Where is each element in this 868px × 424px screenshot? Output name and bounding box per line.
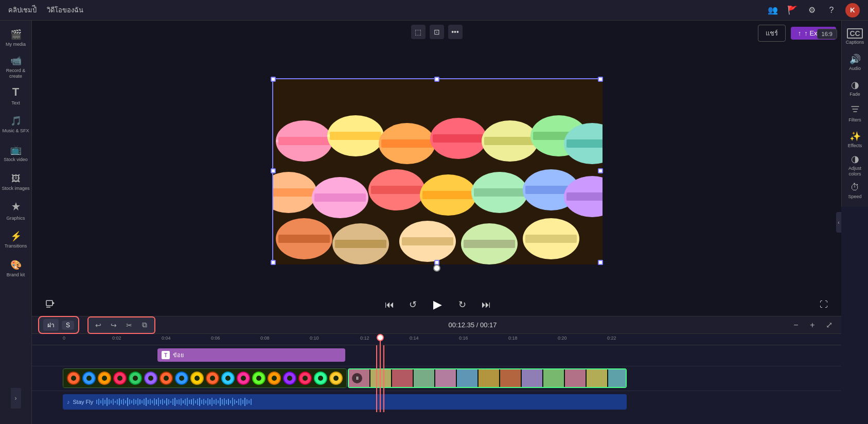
sidebar-item-brand-kit[interactable]: 🎨 Brand kit bbox=[2, 255, 30, 282]
svg-rect-96 bbox=[349, 369, 626, 387]
resize-handle-top[interactable] bbox=[434, 77, 439, 82]
rs-item-audio[interactable]: 🔊 Audio bbox=[843, 50, 867, 74]
sidebar-item-record-create[interactable]: 📹 Record & create bbox=[2, 54, 30, 80]
resize-handle-bl[interactable] bbox=[271, 260, 276, 265]
svg-rect-105 bbox=[113, 399, 114, 405]
main-layout: 🎬 My media 📹 Record & create T Text 🎵 Mu… bbox=[0, 21, 868, 424]
timeline-ruler[interactable]: 0 0:02 0:04 0:06 0:08 0:10 0:12 0:14 0:1… bbox=[32, 334, 841, 345]
redo-button[interactable]: ↪ bbox=[107, 319, 120, 332]
rewind-button[interactable]: ↺ bbox=[405, 296, 421, 313]
timeline-tracks-area: 0 0:02 0:04 0:06 0:08 0:10 0:12 0:14 0:1… bbox=[32, 334, 841, 424]
svg-rect-97 bbox=[96, 400, 97, 404]
rs-item-adjust-colors[interactable]: ◑ Adjust colors bbox=[843, 153, 867, 177]
audio-waveform bbox=[96, 397, 623, 407]
svg-rect-151 bbox=[207, 398, 208, 405]
zoom-out-button[interactable]: − bbox=[790, 319, 802, 331]
svg-rect-163 bbox=[232, 398, 233, 406]
svg-rect-165 bbox=[236, 401, 237, 403]
video-frame[interactable] bbox=[272, 78, 601, 263]
sidebar-item-graphics[interactable]: Graphics bbox=[2, 198, 30, 224]
more-options-button[interactable]: ••• bbox=[448, 25, 463, 39]
text-clip[interactable]: T ข้อย bbox=[157, 348, 345, 362]
fit-screen-button[interactable]: ⊡ bbox=[430, 25, 444, 39]
rs-item-captions[interactable]: CC Captions bbox=[843, 25, 867, 48]
crop-button[interactable]: ⬚ bbox=[411, 25, 426, 39]
video-clip-1[interactable] bbox=[63, 368, 347, 388]
ruler-playhead-head[interactable] bbox=[377, 334, 384, 341]
help-icon[interactable]: ? bbox=[826, 5, 837, 16]
svg-rect-137 bbox=[179, 399, 180, 404]
svg-rect-122 bbox=[148, 400, 149, 404]
sidebar-item-text[interactable]: T Text bbox=[2, 82, 30, 109]
right-panel-area: CC Captions 🔊 Audio ◑ Fade Filters ✨ Eff… bbox=[841, 21, 868, 424]
sidebar-item-my-media[interactable]: 🎬 My media bbox=[2, 25, 30, 51]
text-icon: T bbox=[12, 85, 19, 99]
rs-item-effects[interactable]: ✨ Effects bbox=[843, 128, 867, 151]
undo-button[interactable]: ↩ bbox=[92, 319, 105, 332]
split-button[interactable]: ⧉ bbox=[138, 319, 151, 332]
avatar[interactable]: K bbox=[845, 3, 860, 17]
nav-my-videos[interactable]: วิดีโอของฉัน bbox=[47, 5, 83, 15]
sidebar-item-stock-video[interactable]: 📺 Stock video bbox=[2, 140, 30, 167]
right-panel-collapse-button[interactable]: ‹ bbox=[836, 212, 841, 233]
ruler-playhead-line bbox=[380, 334, 381, 345]
zoom-in-button[interactable]: + bbox=[806, 319, 819, 331]
video-center-dot bbox=[433, 264, 440, 272]
rs-item-fade[interactable]: ◑ Fade bbox=[843, 76, 867, 100]
sidebar-label-transitions: Transitions bbox=[5, 243, 27, 249]
video-clip-2[interactable]: ⏸ bbox=[348, 368, 627, 388]
resize-handle-br[interactable] bbox=[598, 260, 603, 265]
add-to-timeline-icon bbox=[45, 298, 56, 311]
rs-item-filters[interactable]: Filters bbox=[843, 102, 867, 126]
resize-handle-tr[interactable] bbox=[598, 77, 603, 82]
sidebar-item-music-sfx[interactable]: 🎵 Music & SFX bbox=[2, 111, 30, 138]
rs-item-speed[interactable]: ⏱ Speed bbox=[843, 179, 867, 203]
audio-clip[interactable]: ♪ Stay Fly bbox=[63, 394, 627, 410]
skip-forward-button[interactable]: ⏭ bbox=[478, 296, 494, 313]
svg-rect-11 bbox=[433, 134, 484, 143]
share-button[interactable]: แชร์ bbox=[758, 25, 786, 42]
svg-rect-4 bbox=[278, 137, 330, 145]
sidebar-label-brand-kit: Brand kit bbox=[7, 272, 25, 278]
expand-timeline-button[interactable]: ⤢ bbox=[823, 319, 835, 331]
svg-rect-126 bbox=[156, 399, 157, 404]
rs-label-speed: Speed bbox=[848, 194, 861, 200]
add-to-timeline-button[interactable] bbox=[42, 296, 59, 313]
stock-video-icon: 📺 bbox=[10, 144, 22, 155]
svg-rect-131 bbox=[166, 398, 167, 405]
svg-marker-43 bbox=[52, 302, 55, 305]
svg-rect-116 bbox=[135, 400, 136, 404]
svg-rect-37 bbox=[402, 237, 453, 245]
forward-button[interactable]: ↻ bbox=[454, 296, 471, 313]
svg-point-67 bbox=[225, 376, 231, 381]
forward-icon: ↻ bbox=[458, 299, 466, 310]
resize-handle-left[interactable] bbox=[271, 168, 276, 173]
cut-button[interactable]: ✂ bbox=[122, 319, 136, 332]
floating-toolbar-btn1[interactable]: ฝา bbox=[43, 319, 59, 331]
sidebar-item-transitions[interactable]: ⚡ Transitions bbox=[2, 226, 30, 253]
resize-handle-right[interactable] bbox=[598, 168, 603, 173]
sidebar-item-stock-images[interactable]: 🖼 Stock images bbox=[2, 169, 30, 196]
pause-icon: ⏸ bbox=[352, 373, 362, 383]
preview-toolbar: ⬚ ⊡ ••• bbox=[411, 25, 463, 39]
aspect-ratio-button[interactable]: 16:9 bbox=[817, 29, 837, 39]
flag-icon[interactable]: 🚩 bbox=[787, 5, 798, 16]
play-button[interactable]: ▶ bbox=[429, 295, 447, 314]
settings-icon[interactable]: ⚙ bbox=[806, 5, 818, 16]
floating-toolbar-btn2[interactable]: S bbox=[62, 321, 74, 330]
svg-rect-110 bbox=[123, 399, 124, 405]
center-area: แชร์ ↑ ↑ Export 16:9 ⬚ ⊡ ••• bbox=[32, 21, 841, 424]
skip-back-button[interactable]: ⏮ bbox=[381, 296, 398, 313]
svg-rect-31 bbox=[566, 192, 603, 201]
fullscreen-button[interactable]: ⛶ bbox=[817, 297, 831, 312]
svg-rect-108 bbox=[119, 398, 120, 405]
resize-handle-tl[interactable] bbox=[271, 77, 276, 82]
svg-rect-166 bbox=[238, 399, 239, 405]
people-icon[interactable]: 👥 bbox=[767, 5, 778, 16]
sidebar-expand-button[interactable]: › bbox=[11, 388, 21, 409]
text-clip-label: ข้อย bbox=[173, 350, 184, 360]
svg-rect-124 bbox=[152, 400, 153, 403]
svg-point-69 bbox=[241, 376, 246, 381]
svg-rect-171 bbox=[249, 400, 250, 403]
top-bar: คลิปเชมป์ี วิดีโอของฉัน 👥 🚩 ⚙ ? K bbox=[0, 0, 868, 21]
